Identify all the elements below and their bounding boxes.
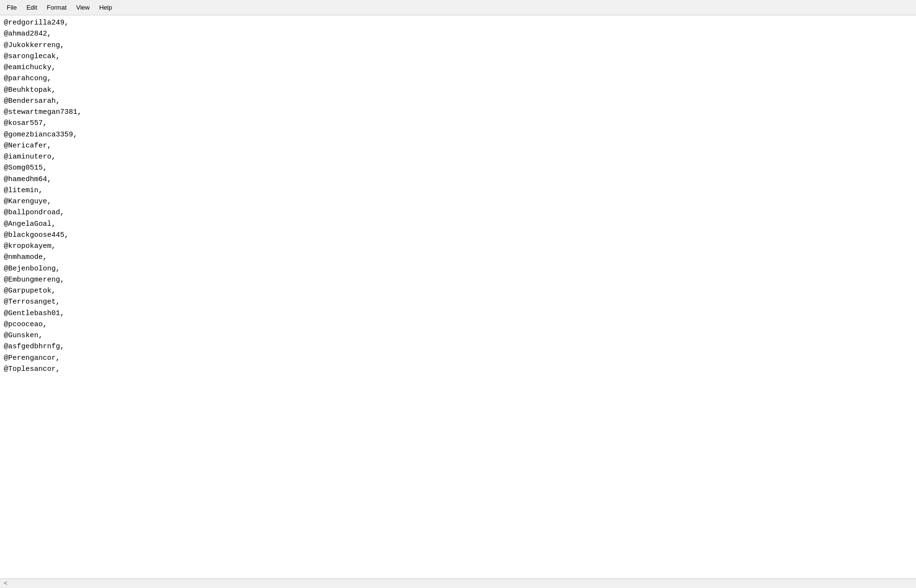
menu-item-file[interactable]: File — [2, 3, 22, 12]
statusbar: < — [0, 578, 916, 588]
content-area[interactable]: @redgorilla249, @ahmad2842, @Jukokkerren… — [0, 15, 916, 578]
text-content: @redgorilla249, @ahmad2842, @Jukokkerren… — [4, 17, 912, 375]
menu-item-help[interactable]: Help — [94, 3, 117, 12]
menu-item-format[interactable]: Format — [42, 3, 71, 12]
menu-item-view[interactable]: View — [72, 3, 95, 12]
scroll-left-arrow[interactable]: < — [2, 580, 9, 587]
menubar: FileEditFormatViewHelp — [0, 0, 916, 15]
menu-item-edit[interactable]: Edit — [22, 3, 42, 12]
